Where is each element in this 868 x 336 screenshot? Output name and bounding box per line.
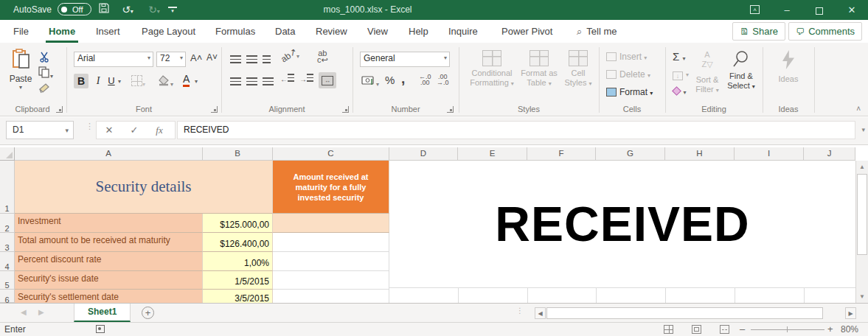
tab-file[interactable]: File <box>10 20 32 43</box>
cell-b2-value[interactable]: $125.000,00 <box>203 214 273 233</box>
merge-center-button[interactable]: ↔ <box>319 72 336 88</box>
close-button[interactable]: ✕ <box>836 0 868 20</box>
tab-help[interactable]: Help <box>406 20 431 43</box>
cell-a3-label[interactable]: Total amount to be received at maturity <box>15 233 203 252</box>
zoom-in-icon[interactable]: + <box>827 323 833 335</box>
sheet-tab-sheet1[interactable]: Sheet1 <box>74 304 131 322</box>
font-color-icon[interactable]: A <box>183 73 190 87</box>
fill-color-icon[interactable]: ▾ <box>158 75 173 89</box>
accounting-format-icon[interactable]: ▾ <box>361 75 379 89</box>
sort-filter-button[interactable]: AZ▽ Sort &Filter ▾ <box>692 50 723 95</box>
scroll-down-icon[interactable]: ▼ <box>856 290 868 303</box>
minimize-button[interactable]: – <box>771 0 803 20</box>
clear-button[interactable]: ▾ <box>673 84 686 97</box>
tab-insert[interactable]: Insert <box>93 20 123 43</box>
wrap-text-icon[interactable]: abc↩ <box>317 50 328 63</box>
formula-bar-handle[interactable]: ⋮ <box>86 124 94 128</box>
underline-button[interactable]: U <box>106 74 117 88</box>
enter-entry-icon[interactable]: ✓ <box>122 122 147 139</box>
fill-button[interactable]: ↓▾ <box>673 66 689 80</box>
row-header-1[interactable]: 1 <box>0 161 15 214</box>
align-right-icon[interactable] <box>263 75 274 88</box>
column-header-a[interactable]: A <box>15 147 203 161</box>
row-header-4[interactable]: 4 <box>0 252 15 271</box>
cell-b3-value[interactable]: $126.400,00 <box>203 233 273 252</box>
format-as-table-button[interactable]: Format asTable ▾ <box>518 50 560 88</box>
select-all-corner[interactable] <box>0 147 15 161</box>
comma-style-icon[interactable]: , <box>401 71 405 87</box>
page-break-preview-icon[interactable] <box>720 325 729 334</box>
column-header-c[interactable]: C <box>273 147 389 161</box>
column-header-g[interactable]: G <box>596 147 665 161</box>
ribbon-display-options-icon[interactable]: ˄ <box>750 5 760 14</box>
cell-c4[interactable] <box>273 252 389 271</box>
column-header-h[interactable]: H <box>665 147 735 161</box>
tab-review[interactable]: Review <box>313 20 350 43</box>
row-header-2[interactable]: 2 <box>0 214 15 233</box>
maximize-button[interactable] <box>803 0 836 20</box>
decrease-decimal-icon[interactable]: .00→.0 <box>437 74 449 85</box>
row-header-6[interactable]: 6 <box>0 290 15 303</box>
font-name-combobox[interactable]: Arial▾ <box>74 52 153 67</box>
zoom-out-icon[interactable]: – <box>740 323 745 335</box>
tab-page-layout[interactable]: Page Layout <box>139 20 198 43</box>
paste-button[interactable]: Paste ▾ <box>6 49 35 91</box>
comments-button[interactable]: 🗩Comments <box>788 22 862 41</box>
sheet-prev-icon[interactable]: ◀ <box>21 308 27 316</box>
column-header-d[interactable]: D <box>389 147 458 161</box>
top-align-icon[interactable] <box>230 53 241 66</box>
macro-record-icon[interactable] <box>96 325 105 333</box>
format-painter-icon[interactable] <box>38 83 50 97</box>
percent-style-icon[interactable]: % <box>385 74 395 86</box>
vertical-scroll-thumb[interactable] <box>857 174 867 255</box>
cell-a1-security-details[interactable]: Security details <box>15 161 273 214</box>
cell-c1-header[interactable]: Amount received at maturity for a fully … <box>273 161 389 214</box>
font-size-combobox[interactable]: 72▾ <box>156 52 186 67</box>
increase-decimal-icon[interactable]: ←.0.00 <box>419 74 431 85</box>
horizontal-scroll-thumb[interactable] <box>546 307 823 319</box>
tab-formulas[interactable]: Formulas <box>212 20 258 43</box>
cell-a2-label[interactable]: Investment <box>15 214 203 233</box>
autosum-button[interactable]: Σ ▾ <box>673 50 685 63</box>
copy-icon[interactable]: ▾ <box>38 66 53 81</box>
cell-c5[interactable] <box>273 271 389 290</box>
row-header-5[interactable]: 5 <box>0 271 15 290</box>
column-header-i[interactable]: I <box>735 147 804 161</box>
number-format-combobox[interactable]: General▾ <box>360 52 450 67</box>
collapse-ribbon-icon[interactable]: ˄ <box>856 105 861 113</box>
scroll-up-icon[interactable]: ▲ <box>856 161 868 173</box>
cell-b5-value[interactable]: 1/5/2015 <box>203 271 273 290</box>
page-layout-view-icon[interactable] <box>692 325 701 334</box>
new-sheet-button[interactable]: + <box>142 307 154 319</box>
tab-inquire[interactable]: Inquire <box>445 20 481 43</box>
cell-c3[interactable] <box>273 233 389 252</box>
cell-b4-value[interactable]: 1,00% <box>203 252 273 271</box>
cell-a4-label[interactable]: Percent discount rate <box>15 252 203 271</box>
cell-d1-active-edit[interactable]: RECEIVED <box>389 161 855 287</box>
italic-button[interactable]: I <box>93 74 103 88</box>
bottom-align-icon[interactable] <box>263 53 271 66</box>
decrease-font-size-button[interactable]: A˅ <box>206 52 218 63</box>
increase-font-size-button[interactable]: A˄ <box>190 52 202 63</box>
hscroll-left-icon[interactable]: ◀ <box>535 307 546 319</box>
insert-cells-button[interactable]: Insert ▾ <box>606 52 647 62</box>
middle-align-icon[interactable] <box>246 53 257 66</box>
expand-formula-bar-icon[interactable]: ▾ <box>861 126 865 133</box>
tab-power-pivot[interactable]: Power Pivot <box>499 20 555 43</box>
sheet-next-icon[interactable]: ▶ <box>38 308 44 316</box>
ideas-button[interactable]: Ideas <box>770 50 807 84</box>
normal-view-icon[interactable] <box>664 325 673 334</box>
cell-a5-label[interactable]: Security's issue date <box>15 271 203 290</box>
conditional-formatting-button[interactable]: ConditionalFormatting ▾ <box>466 50 518 88</box>
zoom-slider[interactable] <box>751 329 824 330</box>
align-center-icon[interactable] <box>246 75 257 88</box>
tab-scroll-splitter[interactable]: ⋮ <box>516 309 524 312</box>
tab-home[interactable]: Home <box>46 20 78 43</box>
bold-button[interactable]: B <box>74 74 88 88</box>
align-left-icon[interactable] <box>230 75 241 88</box>
borders-icon[interactable]: ▾ <box>131 75 145 89</box>
cell-c2[interactable] <box>273 214 389 233</box>
column-header-b[interactable]: B <box>203 147 273 161</box>
cut-icon[interactable] <box>39 52 50 66</box>
tab-data[interactable]: Data <box>272 20 298 43</box>
